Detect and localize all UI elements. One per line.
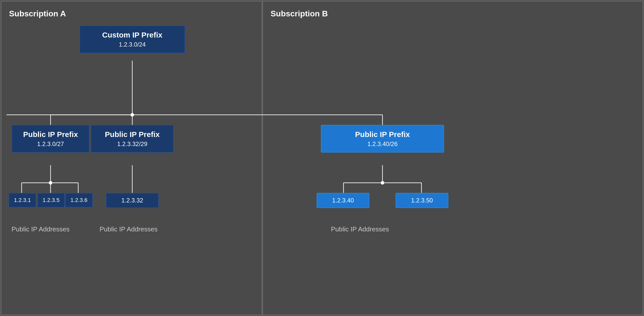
- addr-3: 1.2.3.6: [65, 193, 93, 207]
- addr-5: 1.2.3.40: [317, 193, 369, 208]
- addr-2: 1.2.3.5: [37, 193, 65, 207]
- subscription-b-label: Subscription B: [271, 9, 635, 18]
- prefix-center: Public IP Prefix 1.2.3.32/29: [91, 125, 174, 153]
- subscription-a: Subscription A: [1, 1, 262, 315]
- prefix-left: Public IP Prefix 1.2.3.0/27: [12, 125, 90, 153]
- prefix-left-subtitle: 1.2.3.0/27: [18, 141, 83, 148]
- subscription-b-diagram: [263, 2, 642, 314]
- addr-6-value: 1.2.3.50: [401, 197, 443, 204]
- addr-6-box: 1.2.3.50: [396, 193, 448, 208]
- addr-4: 1.2.3.32: [106, 193, 159, 208]
- svg-point-10: [49, 181, 52, 185]
- addr-6: 1.2.3.50: [396, 193, 448, 208]
- public-ip-label-center: Public IP Addresses: [100, 222, 158, 233]
- prefix-right-box: Public IP Prefix 1.2.3.40/26: [321, 125, 444, 153]
- public-ip-addresses-label-center: Public IP Addresses: [100, 225, 158, 233]
- prefix-left-title: Public IP Prefix: [18, 130, 83, 139]
- addr-4-value: 1.2.3.32: [111, 197, 154, 204]
- prefix-center-title: Public IP Prefix: [97, 130, 167, 139]
- public-ip-label-left: Public IP Addresses: [12, 222, 70, 233]
- public-ip-addresses-label-left: Public IP Addresses: [12, 225, 70, 233]
- prefix-center-box: Public IP Prefix 1.2.3.32/29: [91, 125, 174, 153]
- subscription-b: Subscription B Public IP Prefix 1.2.3.40: [262, 1, 643, 315]
- public-ip-addresses-label-right: Public IP Addresses: [331, 225, 389, 233]
- addr-1: 1.2.3.1: [9, 193, 36, 207]
- svg-point-18: [381, 181, 384, 185]
- public-ip-label-right: Public IP Addresses: [331, 222, 389, 233]
- custom-ip-prefix-box: Custom IP Prefix 1.2.3.0/24: [79, 25, 185, 53]
- addr-2-value: 1.2.3.5: [42, 197, 60, 203]
- addr-3-value: 1.2.3.6: [70, 197, 88, 203]
- custom-ip-prefix: Custom IP Prefix 1.2.3.0/24: [79, 25, 185, 53]
- addr-5-value: 1.2.3.40: [322, 197, 364, 204]
- addr-5-box: 1.2.3.40: [317, 193, 369, 208]
- subscription-a-label: Subscription A: [9, 9, 254, 18]
- prefix-left-box: Public IP Prefix 1.2.3.0/27: [12, 125, 90, 153]
- prefix-right: Public IP Prefix 1.2.3.40/26: [321, 125, 444, 153]
- svg-point-4: [131, 113, 134, 117]
- addr-1-value: 1.2.3.1: [14, 197, 31, 203]
- custom-ip-prefix-subtitle: 1.2.3.0/24: [86, 41, 179, 48]
- main-container: Subscription A: [0, 0, 644, 316]
- prefix-right-title: Public IP Prefix: [327, 130, 438, 139]
- custom-ip-prefix-title: Custom IP Prefix: [86, 30, 179, 40]
- addr-4-box: 1.2.3.32: [106, 193, 159, 208]
- addr-2-box: 1.2.3.5: [37, 193, 65, 207]
- prefix-right-subtitle: 1.2.3.40/26: [327, 141, 438, 148]
- addr-1-box: 1.2.3.1: [9, 193, 36, 207]
- addr-3-box: 1.2.3.6: [65, 193, 93, 207]
- prefix-center-subtitle: 1.2.3.32/29: [97, 141, 167, 148]
